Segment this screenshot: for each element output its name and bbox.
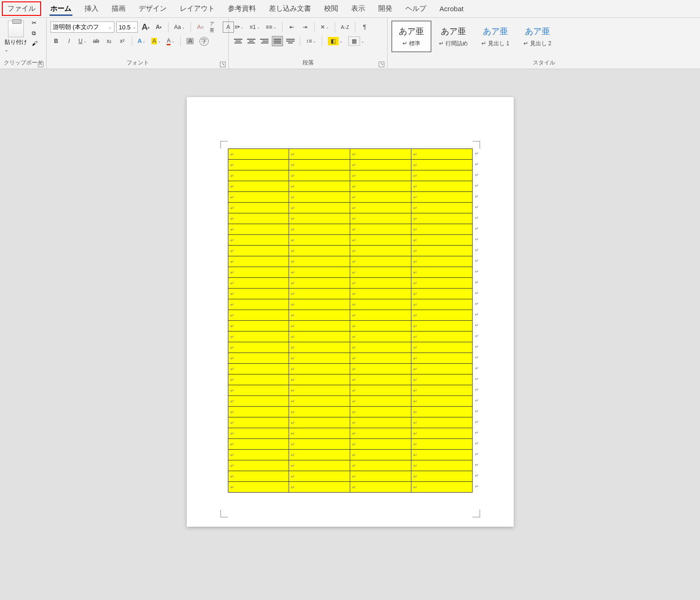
table-row[interactable]: ↵↵↵↵↵ (228, 246, 472, 256)
table-row[interactable]: ↵↵↵↵↵ (228, 396, 472, 407)
table-cell[interactable]: ↵↵ (411, 471, 472, 482)
table-cell[interactable]: ↵ (228, 428, 289, 439)
table-cell[interactable]: ↵ (289, 460, 350, 471)
table-cell[interactable]: ↵ (289, 471, 350, 482)
increase-indent-button[interactable]: ⇥ (299, 21, 311, 33)
tab-layout[interactable]: レイアウト (173, 0, 221, 17)
shading-button[interactable]: ◧⌄ (326, 35, 345, 47)
table-cell[interactable]: ↵ (228, 417, 289, 428)
table-cell[interactable]: ↵ (228, 299, 289, 310)
table-cell[interactable]: ↵ (350, 289, 411, 299)
table-cell[interactable]: ↵↵ (411, 181, 472, 192)
asian-layout-button[interactable]: ✕⌄ (318, 21, 331, 33)
table-cell[interactable]: ↵ (350, 160, 411, 170)
tab-help[interactable]: ヘルプ (399, 0, 433, 17)
table-cell[interactable]: ↵↵ (411, 353, 472, 364)
align-center-button[interactable] (246, 36, 257, 46)
table-cell[interactable]: ↵↵ (411, 310, 472, 321)
table-cell[interactable]: ↵ (350, 417, 411, 428)
font-color-button[interactable]: A⌄ (165, 35, 177, 47)
table-cell[interactable]: ↵ (350, 353, 411, 364)
table-cell[interactable]: ↵ (289, 353, 350, 364)
table-cell[interactable]: ↵↵ (411, 374, 472, 385)
table-cell[interactable]: ↵ (228, 342, 289, 353)
table-cell[interactable]: ↵↵ (411, 149, 472, 160)
table-row[interactable]: ↵↵↵↵↵ (228, 256, 472, 267)
table-row[interactable]: ↵↵↵↵↵ (228, 278, 472, 289)
table-cell[interactable]: ↵ (228, 203, 289, 213)
table-cell[interactable]: ↵ (289, 224, 350, 235)
char-shading-button[interactable]: A (184, 35, 196, 47)
table-cell[interactable]: ↵ (228, 407, 289, 417)
table-cell[interactable]: ↵ (289, 246, 350, 256)
table-cell[interactable]: ↵ (289, 374, 350, 385)
bullets-button[interactable]: ≡•⌄ (233, 21, 246, 33)
table-row[interactable]: ↵↵↵↵↵ (228, 170, 472, 181)
table-cell[interactable]: ↵ (289, 396, 350, 407)
style-item[interactable]: あア亜↵ 見出し 1 (475, 21, 516, 52)
paragraph-dialog-launcher[interactable]: ↘ (379, 62, 384, 67)
table-cell[interactable]: ↵↵ (411, 342, 472, 353)
table-cell[interactable]: ↵ (350, 267, 411, 278)
table-row[interactable]: ↵↵↵↵↵ (228, 213, 472, 224)
tab-draw[interactable]: 描画 (105, 0, 132, 17)
tab-view[interactable]: 表示 (345, 0, 372, 17)
table-cell[interactable]: ↵ (350, 310, 411, 321)
table-cell[interactable]: ↵↵ (411, 203, 472, 213)
align-justify-button[interactable] (272, 36, 283, 46)
table-cell[interactable]: ↵ (350, 149, 411, 160)
align-left-button[interactable] (233, 36, 244, 46)
table-cell[interactable]: ↵ (289, 203, 350, 213)
table-cell[interactable]: ↵ (350, 385, 411, 396)
table-row[interactable]: ↵↵↵↵↵ (228, 181, 472, 192)
table-cell[interactable]: ↵↵ (411, 235, 472, 246)
table-cell[interactable]: ↵↵ (411, 256, 472, 267)
table-row[interactable]: ↵↵↵↵↵ (228, 482, 472, 493)
clipboard-dialog-launcher[interactable]: ↘ (38, 62, 43, 67)
tab-insert[interactable]: 挿入 (78, 0, 105, 17)
table-cell[interactable]: ↵↵ (411, 385, 472, 396)
table-row[interactable]: ↵↵↵↵↵ (228, 342, 472, 353)
tab-review[interactable]: 校閲 (318, 0, 345, 17)
table-cell[interactable]: ↵ (289, 289, 350, 299)
style-item[interactable]: あア亜↵ 標準 (391, 21, 431, 52)
line-spacing-button[interactable]: ↕≡⌄ (304, 35, 318, 47)
table-cell[interactable]: ↵ (350, 246, 411, 256)
styles-gallery[interactable]: あア亜↵ 標準あア亜↵ 行間詰めあア亜↵ 見出し 1あア亜↵ 見出し 2 (390, 20, 559, 53)
table-cell[interactable]: ↵↵ (411, 213, 472, 224)
table-cell[interactable]: ↵ (350, 256, 411, 267)
decrease-indent-button[interactable]: ⇤ (286, 21, 297, 33)
table-cell[interactable]: ↵ (289, 428, 350, 439)
table-cell[interactable]: ↵ (350, 278, 411, 289)
tab-acrobat[interactable]: Acrobat (433, 1, 470, 16)
table-cell[interactable]: ↵ (350, 224, 411, 235)
table-row[interactable]: ↵↵↵↵↵ (228, 310, 472, 321)
highlight-button[interactable]: A⌄ (149, 35, 163, 47)
table-cell[interactable]: ↵ (289, 321, 350, 332)
table-cell[interactable]: ↵ (350, 342, 411, 353)
table-cell[interactable]: ↵ (289, 213, 350, 224)
font-size-combo[interactable]: 10.5 ⌄ (116, 21, 138, 33)
table-cell[interactable]: ↵ (228, 450, 289, 460)
italic-button[interactable]: I (64, 35, 75, 47)
table-cell[interactable]: ↵ (289, 299, 350, 310)
table-cell[interactable]: ↵↵ (411, 267, 472, 278)
paste-icon[interactable] (8, 21, 24, 37)
strikethrough-button[interactable]: ab (91, 35, 102, 47)
table-cell[interactable]: ↵ (350, 192, 411, 203)
table-row[interactable]: ↵↵↵↵↵ (228, 450, 472, 460)
table-cell[interactable]: ↵ (228, 267, 289, 278)
table-cell[interactable]: ↵ (350, 299, 411, 310)
table-cell[interactable]: ↵↵ (411, 246, 472, 256)
table-cell[interactable]: ↵ (289, 450, 350, 460)
table-cell[interactable]: ↵ (228, 181, 289, 192)
shrink-font-button[interactable]: A▾ (153, 21, 164, 33)
table-cell[interactable]: ↵ (350, 374, 411, 385)
table-cell[interactable]: ↵ (289, 332, 350, 342)
tab-references[interactable]: 参考資料 (221, 0, 262, 17)
table-cell[interactable]: ↵ (289, 364, 350, 374)
table-cell[interactable]: ↵ (289, 181, 350, 192)
table-cell[interactable]: ↵ (350, 396, 411, 407)
table-cell[interactable]: ↵ (289, 256, 350, 267)
table-row[interactable]: ↵↵↵↵↵ (228, 385, 472, 396)
